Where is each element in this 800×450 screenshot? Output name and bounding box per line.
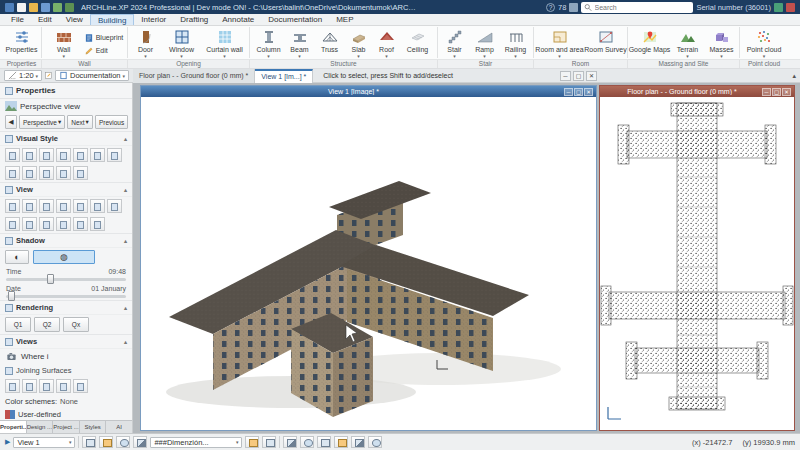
previous-button[interactable]: Previous (95, 115, 128, 129)
tool-column[interactable]: Column ▾ (253, 28, 285, 60)
tool-beam[interactable]: Beam ▾ (285, 28, 315, 60)
view-icon-5[interactable] (73, 199, 88, 213)
scale-select[interactable]: 1:20 ▾ (4, 70, 42, 81)
tool-curtain-wall[interactable]: Curtain wall ▾ (201, 28, 249, 60)
views-icon-5[interactable] (73, 379, 88, 393)
panel-tab-properties[interactable]: Properti... (0, 421, 27, 433)
style-icon-4[interactable] (56, 148, 71, 162)
prev-view-button[interactable]: ◀ (5, 115, 17, 129)
style-icon-3[interactable] (39, 148, 54, 162)
menu-tab-file[interactable]: File (4, 14, 31, 25)
tool-edit[interactable]: Edit (84, 46, 124, 56)
visual-style-collapse-icon[interactable]: ▴ (124, 135, 127, 142)
ribbon-collapse-icon[interactable]: ▴ (792, 72, 796, 80)
tool-window[interactable]: Window ▾ (163, 28, 201, 60)
time-slider[interactable] (6, 278, 126, 281)
tool-ceiling[interactable]: Ceiling (401, 28, 435, 60)
guides-icon[interactable] (334, 436, 348, 448)
floor-plan-title-bar[interactable]: Floor plan - - Ground floor (0 mm) * ─ ▢… (600, 86, 794, 97)
view-icon-7[interactable] (107, 199, 122, 213)
tool-room-survey[interactable]: Room Survey (585, 28, 627, 60)
style-icon-10[interactable] (39, 166, 54, 180)
app-icon[interactable] (5, 3, 14, 12)
tool-point-cloud[interactable]: Point cloud ▾ (741, 28, 787, 60)
view1-minimize-icon[interactable]: ─ (564, 88, 573, 96)
snap-icon[interactable] (283, 436, 297, 448)
tool-ramp[interactable]: Ramp ▾ (470, 28, 500, 60)
view-icon-6[interactable] (90, 199, 105, 213)
save-icon[interactable] (41, 3, 50, 12)
style-icon-1[interactable] (5, 148, 20, 162)
tool-truss[interactable]: Truss (315, 28, 345, 60)
render-q1-button[interactable]: Q1 (5, 317, 31, 332)
hatch-icon[interactable] (245, 436, 259, 448)
view-icon-11[interactable] (56, 217, 71, 231)
view-icon-13[interactable] (90, 217, 105, 231)
color-schemes-value[interactable]: None (60, 397, 78, 406)
tool-slab[interactable]: Slab ▾ (345, 28, 373, 60)
view-icon-8[interactable] (5, 217, 20, 231)
new-document-icon[interactable] (17, 3, 26, 12)
view-icon-3[interactable] (39, 199, 54, 213)
mdi-restore-icon[interactable]: ▢ (573, 71, 584, 81)
views-icon-2[interactable] (22, 379, 37, 393)
shadow-collapse-icon[interactable]: ▴ (124, 237, 127, 244)
menu-tab-drafting[interactable]: Drafting (173, 14, 215, 25)
select-mode-icon[interactable] (82, 436, 96, 448)
rendering-collapse-icon[interactable]: ▴ (124, 304, 127, 311)
dimension-style-select[interactable]: ###Dimenzión... ▾ (150, 437, 242, 448)
ortho-icon[interactable] (317, 436, 331, 448)
tool-masses[interactable]: Masses ▾ (705, 28, 739, 60)
menu-tab-building[interactable]: Building (90, 14, 134, 25)
redo-icon[interactable] (65, 3, 74, 12)
style-icon-9[interactable] (22, 166, 37, 180)
view1-title-bar[interactable]: View 1 [Image] * ─ ▢ ✕ (141, 86, 596, 97)
store-cube-icon[interactable] (774, 3, 783, 12)
floor-plan-restore-icon[interactable]: ▢ (772, 88, 781, 96)
menu-tab-documentation[interactable]: Documentation (261, 14, 329, 25)
panel-tab-ai[interactable]: AI (106, 421, 132, 433)
search-box[interactable] (581, 2, 693, 13)
view-icon-10[interactable] (39, 217, 54, 231)
panel-tab-design[interactable]: Design ... (27, 421, 54, 433)
views-icon-4[interactable] (56, 379, 71, 393)
menu-tab-edit[interactable]: Edit (31, 14, 59, 25)
tool-properties[interactable]: Properties (6, 28, 38, 60)
line-style-icon[interactable] (133, 436, 147, 448)
views-collapse-icon[interactable]: ▴ (124, 338, 127, 345)
grid-icon[interactable] (300, 436, 314, 448)
render-qx-button[interactable]: Qx (63, 317, 89, 332)
view-3d-canvas[interactable] (141, 97, 596, 430)
floor-plan-minimize-icon[interactable]: ─ (762, 88, 771, 96)
mdi-minimize-icon[interactable]: ─ (560, 71, 571, 81)
style-icon-8[interactable] (5, 166, 20, 180)
menu-tab-interior[interactable]: Interior (134, 14, 173, 25)
shadow-on-button[interactable]: ◍ (33, 250, 95, 264)
view1-close-icon[interactable]: ✕ (584, 88, 593, 96)
view-collapse-icon[interactable]: ▴ (124, 186, 127, 193)
panel-tab-styles[interactable]: Styles (80, 421, 107, 433)
search-input[interactable] (595, 4, 691, 11)
promo-icon[interactable] (786, 3, 795, 12)
menu-tab-mep[interactable]: MEP (329, 14, 360, 25)
tracking-icon[interactable] (368, 436, 382, 448)
documentation-select[interactable]: Documentation ▾ (55, 70, 129, 81)
where-is-row[interactable]: Where i (0, 349, 132, 364)
tool-terrain[interactable]: Terrain ▾ (671, 28, 705, 60)
magnet-icon[interactable] (351, 436, 365, 448)
date-slider-knob[interactable] (8, 291, 15, 301)
help-icon[interactable]: ? (546, 3, 555, 12)
tool-roof[interactable]: Roof ▾ (373, 28, 401, 60)
perspective-button[interactable]: Perspective▾ (19, 115, 65, 129)
doc-tab-floor-plan[interactable]: Floor plan - - Ground floor (0 mm) * (133, 69, 255, 83)
next-button[interactable]: Next▾ (67, 115, 93, 129)
tool-blueprint[interactable]: Blueprint (84, 33, 124, 43)
tool-door[interactable]: Door ▾ (129, 28, 163, 60)
style-icon-12[interactable] (73, 166, 88, 180)
floor-plan-close-icon[interactable]: ✕ (782, 88, 791, 96)
render-q2-button[interactable]: Q2 (34, 317, 60, 332)
layout-icon[interactable] (569, 3, 578, 12)
menu-tab-annotate[interactable]: Annotate (215, 14, 261, 25)
style-icon-11[interactable] (56, 166, 71, 180)
view-icon-4[interactable] (56, 199, 71, 213)
